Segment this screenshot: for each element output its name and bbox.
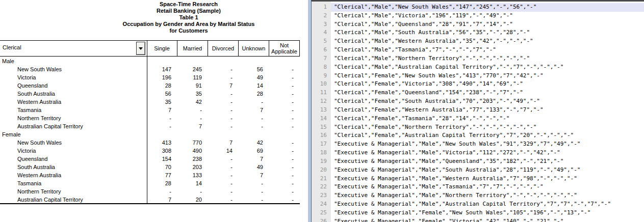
editor-line[interactable]: "Executive & Managerial","Male","Victori… <box>331 149 644 157</box>
cell-value: - <box>208 122 239 130</box>
editor-line[interactable]: "Clerical","Female","New South Wales","4… <box>331 72 644 80</box>
group-label-row: Female <box>0 130 300 138</box>
line-number: 26 <box>312 217 331 222</box>
line-number: 17 <box>312 140 331 149</box>
column-header: Single <box>147 41 177 56</box>
occupation-dropdown[interactable]: Clerical <box>0 41 147 56</box>
row-label: Queensland <box>0 81 147 90</box>
row-label: South Australia <box>0 90 147 98</box>
row-label: South Australia <box>0 163 147 171</box>
editor-line[interactable]: "Clerical","Female","South Australia","7… <box>331 97 644 106</box>
cell-value: - <box>208 73 239 81</box>
row-label: Victoria <box>0 73 147 81</box>
cell-value: - <box>208 65 239 73</box>
cell-value: 35 <box>177 90 208 98</box>
row-label: Queensland <box>0 155 147 163</box>
cell-value: 28 <box>239 90 269 98</box>
editor-line[interactable]: "Clerical","Female","Northern Territory"… <box>331 123 644 132</box>
line-number: 10 <box>312 80 331 89</box>
cell-value: - <box>269 147 300 155</box>
cell-value: - <box>239 114 269 122</box>
cell-value: - <box>269 73 300 81</box>
row-label: Western Australia <box>0 98 147 106</box>
csv-editor-panel[interactable]: 1234567891011121314151617181920212223242… <box>311 0 644 222</box>
cell-value: 770 <box>177 138 208 147</box>
cell-value: 49 <box>239 73 269 81</box>
editor-line[interactable]: "Executive & Managerial","Male","Austral… <box>331 200 644 209</box>
editor-line[interactable]: "Clerical","Female","Western Australia",… <box>331 106 644 115</box>
table-row: Tasmania7--7- <box>0 106 300 114</box>
cell-value: - <box>269 187 300 196</box>
editor-line[interactable]: "Executive & Managerial","Male","South A… <box>331 166 644 175</box>
cell-value: 119 <box>177 73 208 81</box>
row-label: Australian Capital Territory <box>0 196 147 204</box>
line-number: 6 <box>312 46 331 54</box>
editor-line[interactable]: "Clerical","Male","Tasmania","7","-","-"… <box>331 46 644 54</box>
table-row: Western Australia77133-7- <box>0 171 300 179</box>
editor-line[interactable]: "Clerical","Male","Queensland","28","91"… <box>331 20 644 29</box>
header-bottom-line <box>0 56 300 57</box>
line-number: 1 <box>312 3 331 12</box>
editor-code-area[interactable]: "Clerical","Male","New South Wales","147… <box>331 3 644 222</box>
cell-value: 77 <box>147 171 177 179</box>
editor-line[interactable]: "Clerical","Male","New South Wales","147… <box>331 3 644 12</box>
line-number: 9 <box>312 72 331 80</box>
cell-value: 28 <box>147 179 177 187</box>
line-number: 5 <box>312 37 331 46</box>
cell-value: - <box>147 187 177 196</box>
row-label: Australian Capital Territory <box>0 122 147 130</box>
cell-value: - <box>269 98 300 106</box>
editor-line[interactable]: "Clerical","Male","South Australia","56"… <box>331 29 644 37</box>
cell-value: - <box>208 187 239 196</box>
cell-value: 7 <box>208 81 239 90</box>
cell-value: - <box>269 138 300 147</box>
cell-value: 7 <box>239 171 269 179</box>
table-row: Australian Capital Territory-7--- <box>0 122 300 130</box>
editor-line[interactable]: "Executive & Managerial","Female","Victo… <box>331 217 644 222</box>
editor-line[interactable]: "Clerical","Male","Northern Territory","… <box>331 54 644 63</box>
row-label: Victoria <box>0 147 147 155</box>
report-title-line: Table 1 <box>79 14 298 21</box>
cell-value: - <box>269 114 300 122</box>
cell-value: - <box>208 90 239 98</box>
cell-value: 133 <box>177 171 208 179</box>
cell-value: - <box>269 155 300 163</box>
cell-value: - <box>208 114 239 122</box>
chevron-down-icon <box>139 47 143 50</box>
editor-line[interactable]: "Clerical","Female","Victoria","308","49… <box>331 80 644 89</box>
table-row: Northern Territory----- <box>0 187 300 196</box>
cell-value: - <box>269 163 300 171</box>
editor-line[interactable]: "Executive & Managerial","Male","Western… <box>331 175 644 183</box>
dropdown-arrow-button[interactable] <box>136 42 145 55</box>
editor-line[interactable]: "Executive & Managerial","Female","New S… <box>331 209 644 217</box>
cell-value: - <box>147 114 177 122</box>
group-label-row: Male <box>0 57 300 65</box>
column-header: Married <box>177 41 208 56</box>
editor-line[interactable]: "Clerical","Male","Australian Capital Te… <box>331 63 644 72</box>
editor-line[interactable]: "Executive & Managerial","Male","Tasmani… <box>331 183 644 191</box>
editor-line[interactable]: "Clerical","Male","Western Australia","3… <box>331 37 644 46</box>
editor-line[interactable]: "Clerical","Female","Queensland","154","… <box>331 89 644 97</box>
cell-value: - <box>177 187 208 196</box>
row-label: Tasmania <box>0 106 147 114</box>
editor-line[interactable]: "Executive & Managerial","Male","New Sou… <box>331 140 644 149</box>
line-number: 12 <box>312 97 331 106</box>
cell-value: - <box>269 196 300 204</box>
cell-value: 69 <box>239 147 269 155</box>
cell-value: 91 <box>177 81 208 90</box>
cell-value: 56 <box>239 65 269 73</box>
table-row: Western Australia3542--- <box>0 98 300 106</box>
table-row: Victoria196119-49- <box>0 73 300 81</box>
group-label: Male <box>0 57 147 65</box>
editor-line[interactable]: "Clerical","Female","Tasmania","28","14"… <box>331 115 644 123</box>
cell-value: - <box>208 171 239 179</box>
editor-line[interactable]: "Executive & Managerial","Male","Norther… <box>331 191 644 200</box>
editor-line[interactable]: "Clerical","Female","Australian Capital … <box>331 131 644 140</box>
editor-line[interactable]: "Executive & Managerial","Male","Queensl… <box>331 157 644 166</box>
line-number: 24 <box>312 200 331 209</box>
editor-line[interactable]: "Clerical","Male","Victoria","196","119"… <box>331 12 644 20</box>
line-number-gutter: 1234567891011121314151617181920212223242… <box>312 2 331 222</box>
table-row: New South Wales147245-56- <box>0 65 300 73</box>
cell-value: - <box>269 81 300 90</box>
cell-value: 7 <box>239 106 269 114</box>
